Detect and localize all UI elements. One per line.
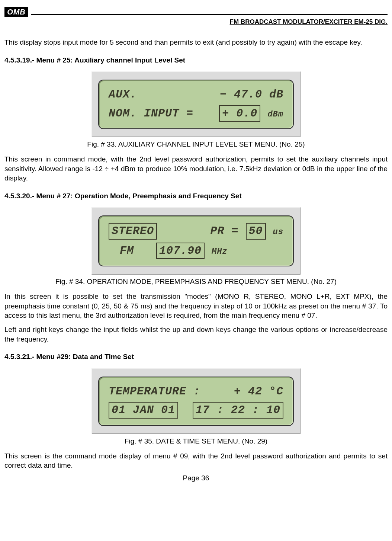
lcd33-nom-label: NOM. INPUT = bbox=[109, 106, 193, 121]
lcd-panel-35: TEMPERATURE : + 42 °C 01 JAN 01 17 : 22 … bbox=[91, 368, 301, 434]
lcd-screen-34: STEREO PR = 50 us FM 107.90 MHz bbox=[98, 215, 294, 266]
lcd34-fm-label: FM bbox=[120, 243, 134, 259]
lcd34-pr-value-box: 50 bbox=[246, 223, 266, 240]
lcd34-preemphasis-group: PR = 50 us bbox=[211, 223, 283, 240]
lcd34-row2: FM 107.90 MHz bbox=[109, 241, 283, 261]
lcd33-row2: NOM. INPUT = + 0.0 dBm bbox=[109, 104, 283, 124]
lcd35-temperature-value: + 42 °C bbox=[234, 384, 283, 399]
section-19-paragraph: This screen in command mode, with the 2n… bbox=[4, 154, 388, 183]
lcd33-nom-value-group: + 0.0 dBm bbox=[219, 105, 283, 122]
lcd33-row1: AUX. − 47.0 dB bbox=[109, 86, 283, 104]
figure-34-caption: Fig. # 34. OPERATION MODE, PREEMPHASIS A… bbox=[4, 277, 388, 286]
lcd34-freq-unit: MHz bbox=[212, 247, 228, 256]
lcd35-row2: 01 JAN 01 17 : 22 : 10 bbox=[109, 400, 283, 420]
page-number: Page 36 bbox=[4, 473, 388, 483]
figure-35-caption: Fig. # 35. DATE & TIME SET MENU. (No. 29… bbox=[4, 436, 388, 446]
lcd35-temperature-label: TEMPERATURE : bbox=[109, 384, 200, 399]
logo: OMB bbox=[4, 7, 28, 17]
section-20-heading: 4.5.3.20.- Menu # 27: Operation Mode, Pr… bbox=[4, 191, 388, 201]
figure-33: AUX. − 47.0 dB NOM. INPUT = + 0.0 dBm bbox=[4, 71, 388, 137]
lcd33-nom-value-box: + 0.0 bbox=[219, 105, 260, 122]
section-19-heading: 4.5.3.19.- Menu # 25: Auxiliary channel … bbox=[4, 55, 388, 65]
logo-text: OMB bbox=[7, 7, 26, 17]
lcd34-pr-unit: us bbox=[273, 227, 283, 237]
figure-34: STEREO PR = 50 us FM 107.90 MHz bbox=[4, 207, 388, 275]
lcd34-freq-value-box: 107.90 bbox=[156, 243, 205, 259]
lcd35-date-box: 01 JAN 01 bbox=[109, 402, 178, 419]
page-header: OMB bbox=[4, 7, 388, 17]
lcd34-mode-box: STEREO bbox=[109, 223, 157, 240]
lcd-panel-34: STEREO PR = 50 us FM 107.90 MHz bbox=[91, 207, 301, 275]
section-21-paragraph: This screen is the command mode display … bbox=[4, 451, 388, 470]
lcd33-aux-label: AUX. bbox=[109, 87, 137, 102]
figure-35: TEMPERATURE : + 42 °C 01 JAN 01 17 : 22 … bbox=[4, 368, 388, 434]
section-21-heading: 4.5.3.21.- Menu #29: Data and Time Set bbox=[4, 352, 388, 362]
lcd33-aux-value: − 47.0 dB bbox=[220, 87, 283, 102]
section-20-paragraph-2: Left and right keys change the input fie… bbox=[4, 325, 388, 344]
lcd34-freq-group: 107.90 MHz bbox=[156, 243, 228, 259]
figure-33-caption: Fig. # 33. AUXILIARY CHANNEL INPUT LEVEL… bbox=[4, 140, 388, 149]
lcd34-pr-label: PR = bbox=[211, 225, 239, 237]
lcd33-nom-unit: dBm bbox=[267, 110, 283, 119]
header-rule bbox=[31, 14, 388, 15]
intro-paragraph: This display stops input mode for 5 seco… bbox=[4, 38, 388, 47]
lcd-screen-35: TEMPERATURE : + 42 °C 01 JAN 01 17 : 22 … bbox=[98, 377, 294, 426]
lcd35-row1: TEMPERATURE : + 42 °C bbox=[109, 382, 283, 401]
lcd-panel-33: AUX. − 47.0 dB NOM. INPUT = + 0.0 dBm bbox=[91, 71, 301, 137]
section-20-paragraph-1: In this screen it is possible to set the… bbox=[4, 292, 388, 320]
lcd34-row1: STEREO PR = 50 us bbox=[109, 221, 283, 241]
lcd35-time-box: 17 : 22 : 10 bbox=[193, 402, 283, 419]
lcd-screen-33: AUX. − 47.0 dB NOM. INPUT = + 0.0 dBm bbox=[98, 80, 294, 129]
document-title: FM BROADCAST MODULATOR/EXCITER EM-25 DIG… bbox=[4, 18, 388, 26]
